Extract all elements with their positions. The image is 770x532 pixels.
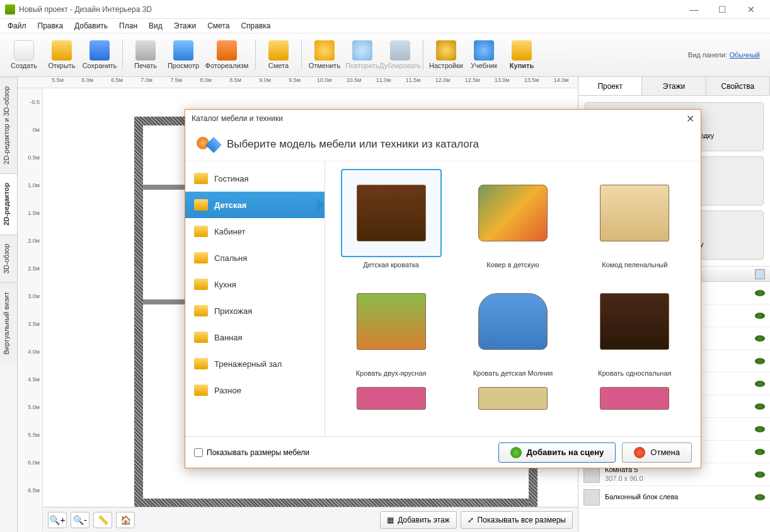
product-item[interactable]: Кровать двух-ярусная <box>333 277 449 377</box>
show-sizes-button[interactable]: ⤢ Показывать все размеры <box>461 511 573 529</box>
product-item[interactable]: Детская кроватка <box>333 169 449 269</box>
category-Тренажерный зал[interactable]: Тренажерный зал <box>185 350 325 377</box>
category-Детская[interactable]: Детская <box>185 192 325 218</box>
folder-icon <box>194 385 208 396</box>
show-sizes-checkbox[interactable]: Показывать размеры мебели <box>194 448 309 457</box>
product-item[interactable] <box>333 386 449 411</box>
category-Разное[interactable]: Разное <box>185 377 325 403</box>
eye-icon[interactable] <box>755 358 765 364</box>
floors-icon: ▦ <box>387 516 394 524</box>
folder-icon <box>194 199 208 211</box>
settings-icon <box>436 40 456 61</box>
vtab-3[interactable]: Виртуальный визит <box>0 282 17 364</box>
ruler-button[interactable]: 📏 <box>93 512 112 528</box>
rtab-Проект[interactable]: Проект <box>578 77 642 95</box>
menu-Вид[interactable]: Вид <box>144 20 168 32</box>
tutorial-button[interactable]: Учебник <box>465 35 503 75</box>
print-icon <box>135 40 156 61</box>
close-button[interactable]: ✕ <box>737 0 765 19</box>
add-to-scene-button[interactable]: Добавить на сцену <box>498 442 616 463</box>
menu-bar: ФайлПравкаДобавитьПланВидЭтажиСметаСправ… <box>0 19 770 33</box>
save-button[interactable]: Сохранить <box>81 35 118 75</box>
modal-titlebar: Каталог мебели и техники ✕ <box>185 110 701 127</box>
canvas-bottom-bar: 🔍+ 🔍- 📏 🏠 ▦ Добавить этаж ⤢ Показывать в… <box>43 507 578 532</box>
panel-mode-link[interactable]: Обычный <box>729 51 760 59</box>
product-item[interactable]: Кровать односпальная <box>577 277 693 377</box>
home-button[interactable]: 🏠 <box>116 512 135 528</box>
vertical-ruler: -0.50м0.5м1.0м1.5м2.0м2.5м3.0м3.5м4.0м4.… <box>18 88 43 532</box>
menu-План[interactable]: План <box>114 20 142 32</box>
menu-Этажи[interactable]: Этажи <box>169 20 201 32</box>
dup-icon <box>390 40 410 61</box>
menu-Правка[interactable]: Правка <box>33 20 69 32</box>
category-Спальня[interactable]: Спальня <box>185 245 325 271</box>
vtab-2[interactable]: 3D-обзор <box>0 234 17 282</box>
vtab-1[interactable]: 2D-редактор <box>0 173 17 234</box>
cancel-button[interactable]: Отмена <box>622 442 692 463</box>
folder-icon <box>194 173 208 184</box>
category-Гостиная[interactable]: Гостиная <box>185 165 325 192</box>
eye-icon[interactable] <box>755 313 765 319</box>
eye-icon[interactable] <box>755 471 765 478</box>
product-item[interactable] <box>454 386 571 411</box>
product-item[interactable]: Кровать детская Молния <box>454 277 571 377</box>
settings-button[interactable]: Настройки <box>427 35 465 75</box>
eye-icon[interactable] <box>755 449 765 455</box>
product-item[interactable]: Комод пеленальный <box>577 169 693 269</box>
eye-icon[interactable] <box>755 426 765 432</box>
print-button[interactable]: Печать <box>127 35 164 75</box>
vertical-tabs: 2D-редактор и 3D-обзор2D-редактор3D-обзо… <box>0 77 18 532</box>
category-Ванная[interactable]: Ванная <box>185 324 325 350</box>
new-button[interactable]: Создать <box>5 35 43 75</box>
add-floor-button[interactable]: ▦ Добавить этаж <box>380 511 456 529</box>
horizontal-ruler: 5.5м6.0м6.5м7.0м7.5м8.0м8.5м9.0м9.5м10.0… <box>18 77 578 88</box>
app-icon <box>5 4 15 14</box>
menu-Смета[interactable]: Смета <box>202 20 234 32</box>
open-button[interactable]: Открыть <box>43 35 81 75</box>
cancel-icon <box>634 447 645 458</box>
dup-button: Дублировать <box>381 35 419 75</box>
smeta-button[interactable]: Смета <box>260 35 297 75</box>
smeta-icon <box>268 40 289 61</box>
undo-button[interactable]: Отменить <box>306 35 343 75</box>
menu-Добавить[interactable]: Добавить <box>69 20 113 32</box>
undo-icon <box>314 40 335 61</box>
category-Кабинет[interactable]: Кабинет <box>185 218 325 245</box>
menu-Файл[interactable]: Файл <box>3 20 32 32</box>
catalog-icon <box>197 133 219 156</box>
modal-header: Выберите модель мебели или техники из ка… <box>185 127 701 161</box>
list-item[interactable]: Балконный блок слева <box>578 486 770 509</box>
category-list: ГостинаяДетскаяКабинетСпальняКухняПрихож… <box>185 161 325 436</box>
eye-icon[interactable] <box>755 381 765 387</box>
list-settings-icon[interactable] <box>755 269 765 279</box>
titlebar: Новый проект - Дизайн Интерьера 3D — ☐ ✕ <box>0 0 770 19</box>
eye-icon[interactable] <box>755 403 765 410</box>
maximize-button[interactable]: ☐ <box>708 0 737 19</box>
modal-close-button[interactable]: ✕ <box>686 113 694 125</box>
minimize-button[interactable]: — <box>680 0 708 19</box>
furniture-catalog-modal: Каталог мебели и техники ✕ Выберите моде… <box>185 109 701 468</box>
product-grid: Детская кроваткаКовер в детскуюКомод пел… <box>325 161 701 436</box>
vtab-0[interactable]: 2D-редактор и 3D-обзор <box>0 77 17 173</box>
photoreal-button[interactable]: Фотореализм <box>202 35 251 75</box>
zoom-in-button[interactable]: 🔍+ <box>48 512 67 528</box>
save-icon <box>89 40 110 61</box>
rtab-Этажи[interactable]: Этажи <box>642 77 706 95</box>
buy-button[interactable]: Купить <box>503 35 541 75</box>
product-item[interactable]: Ковер в детскую <box>454 169 571 269</box>
category-Кухня[interactable]: Кухня <box>185 271 325 298</box>
category-Прихожая[interactable]: Прихожая <box>185 298 325 324</box>
preview-button[interactable]: Просмотр <box>164 35 202 75</box>
new-icon <box>14 40 34 61</box>
rtab-Свойства[interactable]: Свойства <box>706 77 770 95</box>
open-icon <box>52 40 72 61</box>
eye-icon[interactable] <box>755 335 765 342</box>
photoreal-icon <box>217 40 237 61</box>
menu-Справка[interactable]: Справка <box>236 20 275 32</box>
redo-icon <box>352 40 372 61</box>
eye-icon[interactable] <box>755 494 765 500</box>
product-item[interactable] <box>577 386 693 411</box>
zoom-out-button[interactable]: 🔍- <box>71 512 89 528</box>
panel-mode: Вид панели: Обычный <box>688 51 765 59</box>
eye-icon[interactable] <box>755 290 765 296</box>
